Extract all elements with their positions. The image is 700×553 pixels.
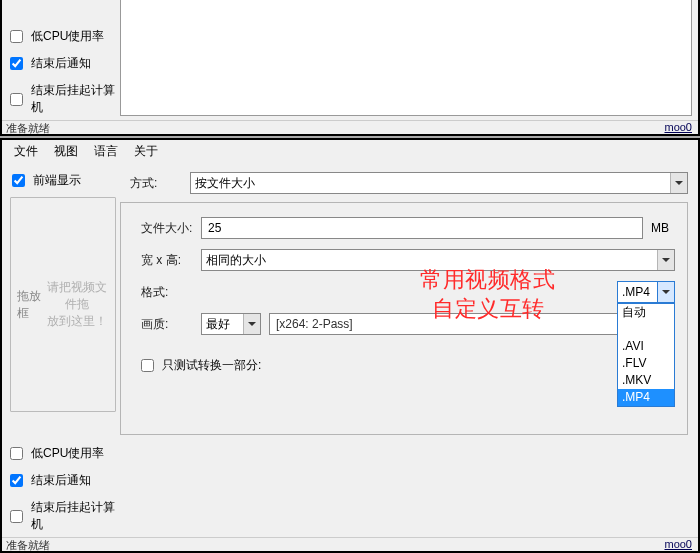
select-format[interactable]: .MP4 [617, 281, 675, 303]
statusbar: 准备就绪 moo0 [2, 537, 698, 551]
window-main: 文件 视图 语言 关于 前端显示 拖放框 请把视频文件拖 放到这里！ 低CP [0, 138, 700, 553]
checkbox-notify-after-upper[interactable]: 结束后通知 [10, 55, 116, 72]
checkbox-test-partial[interactable]: 只测试转换一部分: [141, 357, 261, 374]
sidebar-upper: 低CPU使用率 结束后通知 结束后挂起计算机 [2, 0, 120, 120]
select-quality[interactable]: 最好 [201, 313, 261, 335]
format-option-auto[interactable]: 自动 [618, 304, 674, 321]
main-panel-upper [120, 0, 692, 116]
label-dimensions: 宽 x 高: [131, 252, 193, 269]
statusbar-upper: 准备就绪 moo0 [2, 120, 698, 134]
label-filesize: 文件大小: [131, 220, 193, 237]
checkbox-label: 低CPU使用率 [31, 445, 104, 462]
select-format-dropdown: 自动 .AVI .FLV .MKV .MP4 [617, 303, 675, 407]
format-option-mkv[interactable]: .MKV [618, 372, 674, 389]
checkbox-label: 结束后通知 [31, 55, 91, 72]
select-format-value: .MP4 [622, 285, 650, 299]
chevron-down-icon [657, 282, 674, 302]
menu-file[interactable]: 文件 [6, 141, 46, 162]
label-format: 格式: [131, 284, 193, 301]
label-filesize-unit: MB [651, 221, 675, 235]
checkbox-always-on-top[interactable]: 前端显示 [12, 172, 116, 189]
checkbox-suspend-after-upper[interactable]: 结束后挂起计算机 [10, 82, 116, 116]
sidebar: 前端显示 拖放框 请把视频文件拖 放到这里！ 低CPU使用率 结束后通知 [2, 162, 120, 537]
select-dimensions-value: 相同的大小 [206, 253, 266, 267]
menu-language[interactable]: 语言 [86, 141, 126, 162]
checkbox-label: 结束后通知 [31, 472, 91, 489]
menubar: 文件 视图 语言 关于 [2, 140, 698, 162]
select-dimensions[interactable]: 相同的大小 [201, 249, 675, 271]
select-quality-value: 最好 [206, 317, 230, 331]
status-link-moo0[interactable]: moo0 [664, 538, 692, 551]
drop-legend: 拖放框 [17, 288, 45, 322]
drop-hint: 请把视频文件拖 放到这里！ [45, 279, 109, 329]
checkbox-label: 低CPU使用率 [31, 28, 104, 45]
select-method[interactable]: 按文件大小 [190, 172, 688, 194]
checkbox-low-cpu[interactable]: 低CPU使用率 [10, 445, 116, 462]
checkbox-label: 前端显示 [33, 172, 81, 189]
format-option-avi[interactable]: .AVI [618, 338, 674, 355]
checkbox-low-cpu-upper[interactable]: 低CPU使用率 [10, 28, 116, 45]
window-upper: 低CPU使用率 结束后通知 结束后挂起计算机 准备就绪 moo0 [0, 0, 700, 136]
checkbox-notify-after[interactable]: 结束后通知 [10, 472, 116, 489]
chevron-down-icon [657, 250, 674, 270]
checkbox-label: 结束后挂起计算机 [31, 82, 116, 116]
status-text: 准备就绪 [6, 121, 664, 134]
menu-about[interactable]: 关于 [126, 141, 166, 162]
status-link-moo0[interactable]: moo0 [664, 121, 692, 134]
chevron-down-icon [670, 173, 687, 193]
main-panel: 方式: 按文件大小 文件大小: MB 宽 x 高: 相同的 [120, 162, 698, 537]
label-method: 方式: [120, 175, 182, 192]
checkbox-label: 结束后挂起计算机 [31, 499, 116, 533]
chevron-down-icon [243, 314, 260, 334]
format-option-mp4[interactable]: .MP4 [618, 389, 674, 406]
quality-description: [x264: 2-Pass] [269, 313, 675, 335]
settings-group: 文件大小: MB 宽 x 高: 相同的大小 格式: [120, 202, 688, 435]
label-quality: 画质: [131, 316, 193, 333]
format-option-blank[interactable] [618, 321, 674, 338]
menu-view[interactable]: 视图 [46, 141, 86, 162]
input-filesize[interactable] [201, 217, 643, 239]
status-text: 准备就绪 [6, 538, 664, 551]
checkbox-suspend-after[interactable]: 结束后挂起计算机 [10, 499, 116, 533]
format-option-flv[interactable]: .FLV [618, 355, 674, 372]
select-method-value: 按文件大小 [195, 176, 255, 190]
drop-zone[interactable]: 拖放框 请把视频文件拖 放到这里！ [10, 197, 116, 412]
checkbox-label: 只测试转换一部分: [162, 357, 261, 374]
